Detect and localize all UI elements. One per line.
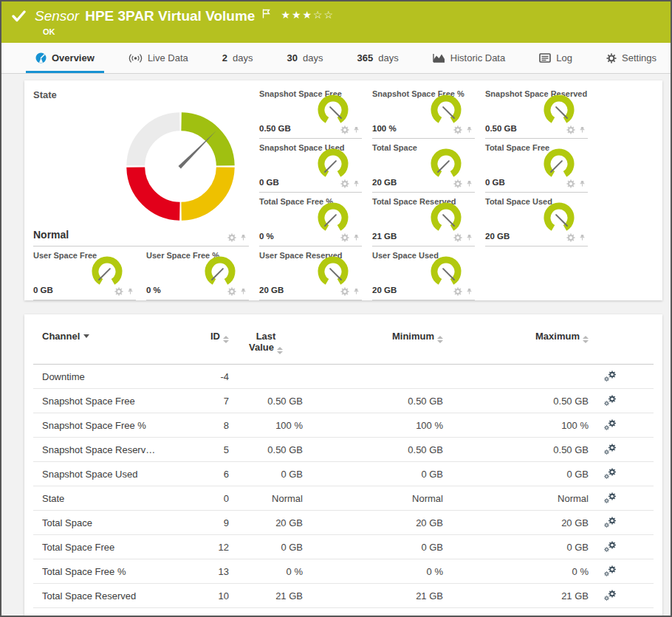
cell-id: -4 xyxy=(181,365,229,389)
pin-icon[interactable] xyxy=(352,125,360,134)
cell-settings xyxy=(589,511,654,535)
gauge-tile: Snapshot Space Free0.50 GB xyxy=(259,85,362,139)
column-header-channel[interactable]: Channel xyxy=(33,314,181,365)
gear-icon[interactable] xyxy=(227,287,236,296)
column-header-id[interactable]: ID xyxy=(181,314,229,365)
tab-log[interactable]: Log xyxy=(529,43,582,73)
gauge-dial xyxy=(315,202,351,235)
pin-icon[interactable] xyxy=(578,179,586,188)
column-header-maximum[interactable]: Maximum xyxy=(443,314,589,365)
cell-last-value: 0 % xyxy=(229,559,303,584)
sensor-kicker: Sensor xyxy=(35,8,79,24)
gauge-dial xyxy=(202,256,238,289)
gauge-dial xyxy=(428,202,464,235)
cell-settings xyxy=(589,559,654,584)
cell-id: 5 xyxy=(181,438,229,462)
historic-chart-icon xyxy=(433,53,445,63)
column-header-last-value[interactable]: Last Value xyxy=(229,314,303,365)
tab-30-days[interactable]: 30 days xyxy=(278,43,333,73)
cell-id: 9 xyxy=(181,511,229,535)
pin-icon[interactable] xyxy=(465,179,473,188)
gauge-tile: Snapshot Space Reserved0.50 GB xyxy=(485,85,588,139)
gear-icon[interactable] xyxy=(227,233,236,242)
channel-settings-icon[interactable] xyxy=(604,395,617,407)
table-row: Snapshot Space Reserv…50.50 GB0.50 GB0.5… xyxy=(33,438,654,462)
gauge-tile: Snapshot Space Free %100 % xyxy=(372,85,475,139)
sort-icon xyxy=(277,347,283,354)
pin-icon[interactable] xyxy=(352,179,360,188)
cell-minimum: 0 % xyxy=(303,559,443,584)
gauge-value: 100 % xyxy=(372,124,397,133)
cell-minimum: 100 % xyxy=(303,413,443,438)
priority-stars[interactable]: ★★★☆☆ xyxy=(281,9,335,21)
channel-settings-icon[interactable] xyxy=(604,590,617,602)
channel-settings-icon[interactable] xyxy=(604,419,617,432)
cell-id: 10 xyxy=(181,584,229,608)
pin-icon[interactable] xyxy=(578,233,586,242)
sensor-status-text: OK xyxy=(43,27,671,36)
gauge-value: 0.50 GB xyxy=(485,124,517,133)
gear-icon[interactable] xyxy=(453,233,462,242)
pin-icon[interactable] xyxy=(352,287,360,296)
sort-icon xyxy=(437,336,443,343)
gauge-needle xyxy=(325,161,336,172)
gauge-tile: User Space Free0 GB xyxy=(33,247,136,300)
pin-icon[interactable] xyxy=(465,233,473,242)
pin-icon[interactable] xyxy=(578,125,586,134)
tab-settings[interactable]: Settings xyxy=(597,43,666,73)
tab-overview[interactable]: Overview xyxy=(26,43,104,73)
cell-maximum: 0 GB xyxy=(443,462,589,486)
gear-icon[interactable] xyxy=(453,125,462,134)
cell-maximum: 20 GB xyxy=(443,511,589,535)
pin-icon[interactable] xyxy=(465,125,473,134)
pin-icon[interactable] xyxy=(465,287,473,296)
cell-last-value: 0.50 GB xyxy=(229,438,303,462)
cell-settings xyxy=(589,365,654,389)
flag-icon[interactable] xyxy=(262,9,270,18)
tab-historic-data[interactable]: Historic Data xyxy=(423,43,515,73)
cell-channel: Total Space Free % xyxy=(33,559,181,584)
pin-icon[interactable] xyxy=(239,233,247,242)
channel-settings-icon[interactable] xyxy=(604,541,617,554)
gear-icon[interactable] xyxy=(453,179,462,188)
channel-settings-icon[interactable] xyxy=(604,565,617,578)
tab-2-days[interactable]: 2 days xyxy=(213,43,263,73)
cell-minimum: 0 GB xyxy=(303,535,443,559)
pin-icon[interactable] xyxy=(239,287,247,296)
sort-icon xyxy=(223,336,229,343)
pin-icon[interactable] xyxy=(126,287,134,296)
gear-icon[interactable] xyxy=(566,125,575,134)
gear-icon[interactable] xyxy=(340,179,349,188)
state-gauge-tile: State Normal xyxy=(33,85,249,247)
sensor-title: HPE 3PAR Virtual Volume xyxy=(85,8,255,24)
gear-icon[interactable] xyxy=(340,287,349,296)
gauge-value: 0 % xyxy=(259,232,274,241)
channel-settings-icon[interactable] xyxy=(604,468,617,480)
gauge-dial xyxy=(428,94,464,127)
gear-icon[interactable] xyxy=(566,179,575,188)
gear-icon[interactable] xyxy=(566,233,575,242)
table-row: Downtime-4 xyxy=(33,365,654,389)
cell-maximum: 21 GB xyxy=(443,584,589,608)
cell-last-value: Normal xyxy=(229,486,303,511)
tab-live-data[interactable]: Live Data xyxy=(119,43,198,73)
channel-settings-icon[interactable] xyxy=(604,517,617,529)
gauge-value: 20 GB xyxy=(372,178,397,187)
pin-icon[interactable] xyxy=(352,233,360,242)
tab-365-days[interactable]: 365 days xyxy=(348,43,408,73)
channel-settings-icon[interactable] xyxy=(604,370,617,383)
gear-icon[interactable] xyxy=(340,233,349,242)
channel-settings-icon[interactable] xyxy=(604,444,617,456)
column-header-minimum[interactable]: Minimum xyxy=(303,314,443,365)
gauge-icon xyxy=(35,52,47,63)
channel-settings-icon[interactable] xyxy=(604,492,617,505)
cell-settings xyxy=(589,462,654,486)
gear-icon[interactable] xyxy=(453,287,462,296)
gear-icon[interactable] xyxy=(340,125,349,134)
gauge-tile: Total Space20 GB xyxy=(372,139,475,193)
gauge-value: 21 GB xyxy=(372,232,397,241)
cell-minimum: Normal xyxy=(303,486,443,511)
gear-icon[interactable] xyxy=(114,287,123,296)
cell-last-value: 0 GB xyxy=(229,462,303,486)
sort-desc-icon xyxy=(83,334,89,338)
